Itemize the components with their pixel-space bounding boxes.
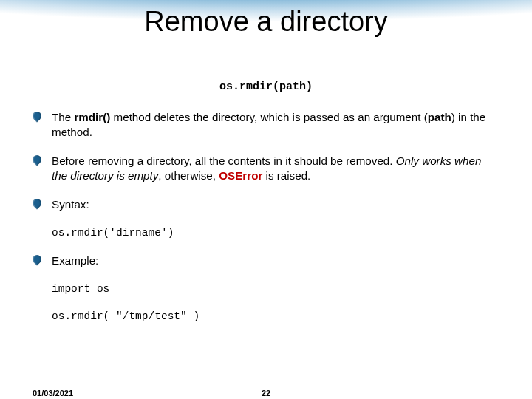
slide-title: Remove a directory [0,6,532,38]
function-signature: os.rmdir(path) [33,80,499,94]
code-example-line: os.rmdir( "/tmp/test" ) [52,310,499,324]
slide-content: os.rmdir(path) The rmdir() method delete… [33,80,499,337]
text-span: method deletes the directory, which is p… [110,111,427,123]
footer-date: 01/03/2021 [33,389,73,398]
bullet-text: Syntax: [52,197,499,211]
text-span: The [52,111,74,123]
bullet-item: The rmdir() method deletes the directory… [33,110,499,139]
bullet-text: Before removing a directory, all the con… [52,154,499,183]
bullet-item: Before removing a directory, all the con… [33,154,499,183]
text-bold: path [428,111,451,123]
bullet-icon [31,253,44,266]
text-bold: rmdir() [74,111,110,123]
footer-page-number: 22 [262,389,270,398]
bullet-text: The rmdir() method deletes the directory… [52,110,499,139]
text-span: , otherwise, [158,169,219,182]
text-span: is raised. [262,169,310,182]
bullet-icon [31,154,44,166]
text-error: OSError [219,169,262,182]
bullet-item: Syntax: [33,197,499,211]
bullet-item: Example: [33,253,499,267]
code-example-line: import os [52,282,499,296]
code-syntax: os.rmdir('dirname') [52,226,499,240]
bullet-icon [31,197,44,210]
text-span: Before removing a directory, all the con… [52,154,396,167]
bullet-text: Example: [52,253,499,267]
bullet-icon [31,110,44,123]
